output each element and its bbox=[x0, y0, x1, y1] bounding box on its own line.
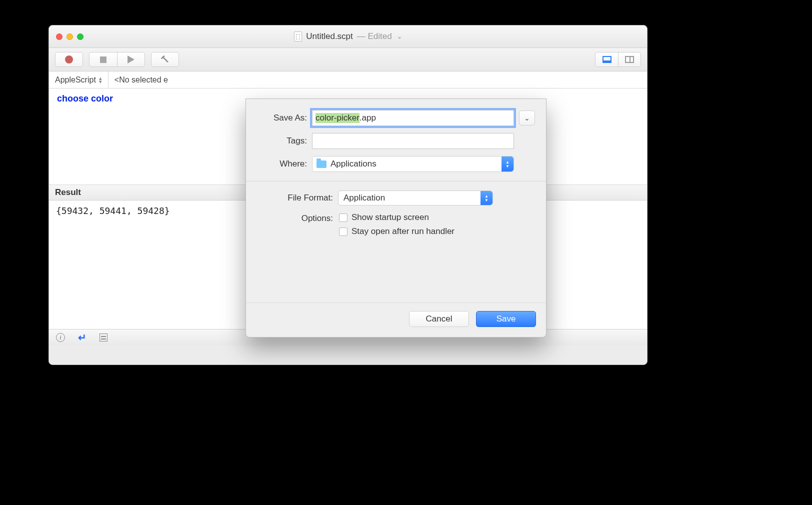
document-name: Untitled.scpt bbox=[306, 32, 353, 42]
context-selector[interactable]: <No selected e bbox=[108, 72, 174, 88]
updown-icon: ▴▾ bbox=[99, 76, 102, 84]
hammer-icon: 🔨︎ bbox=[160, 54, 170, 65]
description-tab[interactable]: i bbox=[56, 333, 65, 342]
updown-icon: ▲▼ bbox=[502, 156, 514, 172]
view-mode-split[interactable] bbox=[618, 52, 641, 67]
stop-button[interactable] bbox=[89, 52, 117, 67]
compile-button[interactable]: 🔨︎ bbox=[151, 52, 179, 67]
checkbox-icon bbox=[339, 228, 348, 236]
where-select[interactable]: Applications ▲▼ bbox=[312, 156, 514, 172]
toolbar: 🔨︎ bbox=[49, 48, 647, 72]
option-stay-open[interactable]: Stay open after run handler bbox=[339, 226, 454, 236]
file-format-select[interactable]: Application ▲▼ bbox=[338, 190, 493, 206]
tags-field[interactable] bbox=[312, 133, 514, 149]
view-mode-editor[interactable] bbox=[595, 52, 618, 67]
log-tab[interactable] bbox=[100, 334, 108, 342]
editor-view-icon bbox=[602, 56, 612, 63]
script-editor-window: Untitled.scpt — Edited ⌄ 🔨︎ AppleScript … bbox=[48, 25, 648, 365]
file-format-label: File Format: bbox=[257, 193, 333, 203]
chevron-down-icon[interactable]: ⌄ bbox=[397, 33, 402, 40]
close-button[interactable] bbox=[56, 34, 62, 40]
record-icon bbox=[65, 56, 73, 64]
stop-icon bbox=[100, 56, 106, 63]
split-view-icon bbox=[625, 56, 634, 63]
save-button[interactable]: Save bbox=[476, 311, 536, 327]
chevron-down-icon: ⌄ bbox=[524, 114, 530, 122]
save-as-label: Save As: bbox=[257, 113, 307, 123]
where-label: Where: bbox=[257, 159, 307, 169]
cancel-button[interactable]: Cancel bbox=[409, 311, 469, 327]
options-label: Options: bbox=[257, 212, 333, 224]
filename-field[interactable]: color-picker.app bbox=[312, 110, 514, 126]
tags-label: Tags: bbox=[257, 136, 307, 146]
option-show-startup[interactable]: Show startup screen bbox=[339, 212, 454, 222]
document-icon bbox=[294, 32, 302, 42]
minimize-button[interactable] bbox=[66, 34, 73, 40]
traffic-lights bbox=[56, 34, 84, 40]
result-tab[interactable]: ↵ bbox=[78, 332, 86, 344]
zoom-button[interactable] bbox=[77, 34, 84, 40]
checkbox-icon bbox=[339, 214, 348, 222]
titlebar: Untitled.scpt — Edited ⌄ bbox=[49, 26, 647, 48]
window-title[interactable]: Untitled.scpt — Edited ⌄ bbox=[294, 32, 402, 42]
language-selector[interactable]: AppleScript ▴▾ bbox=[49, 72, 108, 88]
record-button[interactable] bbox=[55, 52, 83, 67]
expand-save-button[interactable]: ⌄ bbox=[519, 110, 535, 126]
updown-icon: ▲▼ bbox=[480, 191, 492, 205]
navigation-bar: AppleScript ▴▾ <No selected e bbox=[49, 72, 647, 88]
run-button[interactable] bbox=[117, 52, 145, 67]
folder-icon bbox=[316, 160, 326, 168]
play-icon bbox=[128, 56, 134, 64]
save-sheet: Save As: color-picker.app ⌄ Tags: Where:… bbox=[246, 98, 546, 338]
